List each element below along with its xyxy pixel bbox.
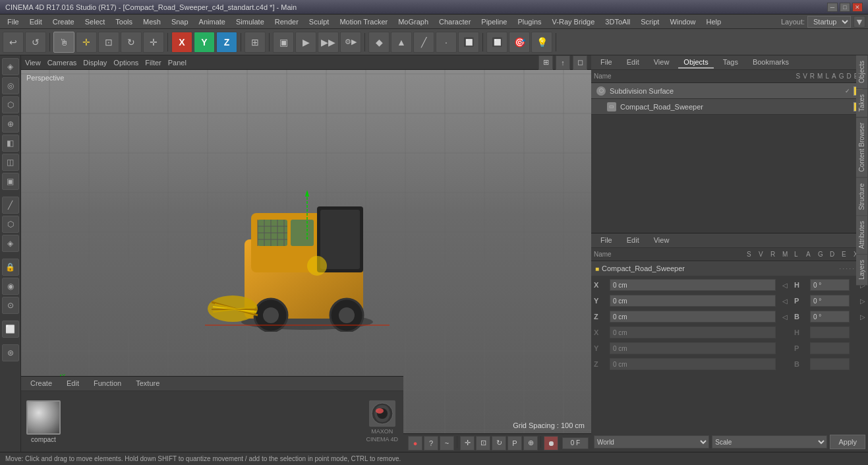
y-axis-button[interactable]: Y: [194, 32, 215, 53]
scale-tool-button[interactable]: ⊡: [98, 32, 119, 53]
snap-settings-button[interactable]: 🎯: [509, 32, 530, 53]
attr-p2-input[interactable]: [810, 342, 850, 354]
tab-bookmarks[interactable]: Bookmarks: [747, 57, 794, 69]
vp-menu-cameras[interactable]: Cameras: [47, 59, 77, 67]
polygon-mode-button[interactable]: ▲: [391, 32, 412, 53]
menu-sculpt[interactable]: Sculpt: [304, 16, 334, 27]
menu-render[interactable]: Render: [270, 16, 303, 27]
render-settings-button[interactable]: ⚙▶: [340, 32, 361, 53]
layout-selector[interactable]: Startup: [807, 16, 851, 28]
object-mode-button[interactable]: ◆: [368, 32, 390, 53]
vp-menu-view[interactable]: View: [25, 59, 41, 67]
menu-help[interactable]: Help: [702, 16, 726, 27]
z-axis-button[interactable]: Z: [216, 32, 237, 53]
menu-edit[interactable]: Edit: [25, 16, 47, 27]
lt-extrude[interactable]: ⬡: [2, 216, 19, 233]
mat-tab-edit[interactable]: Edit: [61, 378, 84, 390]
points-button[interactable]: ⊕: [523, 436, 538, 450]
menu-file[interactable]: File: [3, 16, 24, 27]
param-button[interactable]: P: [507, 436, 522, 450]
lt-tool1[interactable]: ◧: [2, 135, 19, 152]
vp-icon-3[interactable]: ◻: [573, 55, 587, 70]
lt-tool2[interactable]: ◫: [2, 154, 19, 171]
menu-character[interactable]: Character: [434, 16, 475, 27]
lt-knife[interactable]: ╱: [2, 197, 19, 214]
material-item[interactable]: compact: [26, 400, 61, 443]
undo-button[interactable]: ↩: [3, 32, 24, 53]
world-coord-button[interactable]: ⊞: [245, 32, 266, 53]
lt-tex-mode[interactable]: ⬡: [2, 96, 19, 113]
scale-select[interactable]: Scale Size: [712, 435, 827, 449]
obj-check-s[interactable]: ✓: [843, 86, 852, 96]
move-tool-button[interactable]: ✛: [76, 32, 97, 53]
close-button[interactable]: ✕: [852, 3, 863, 12]
keyframe-button[interactable]: ●: [408, 436, 422, 450]
tab-objects[interactable]: Objects: [678, 57, 713, 69]
menu-3dtoall[interactable]: 3DToAll: [600, 16, 635, 27]
menu-create[interactable]: Create: [48, 16, 79, 27]
attr-x-size-input[interactable]: [610, 326, 776, 338]
side-tab-structure[interactable]: Structure: [856, 178, 868, 216]
attr-b2-input[interactable]: [810, 358, 850, 370]
attr-z-pos-input[interactable]: [610, 311, 776, 323]
menu-select[interactable]: Select: [80, 16, 110, 27]
edge-mode-button[interactable]: ╱: [413, 32, 434, 53]
mat-tab-texture[interactable]: Texture: [130, 378, 165, 390]
side-tab-objects[interactable]: Objects: [856, 55, 868, 89]
render-preview-button[interactable]: ▶: [295, 32, 316, 53]
snap-button[interactable]: 🔲: [486, 32, 507, 53]
lt-brush[interactable]: ⊙: [2, 297, 19, 314]
redo-button[interactable]: ↺: [25, 32, 46, 53]
render-button[interactable]: ▶▶: [318, 32, 339, 53]
auto-key-button[interactable]: ⏺: [544, 436, 558, 450]
x-axis-button[interactable]: X: [171, 32, 192, 53]
menu-pipeline[interactable]: Pipeline: [477, 16, 511, 27]
vp-icon-2[interactable]: ↑: [556, 55, 570, 70]
attr-z-size-input[interactable]: [610, 358, 776, 370]
layout-arrow[interactable]: ▼: [854, 16, 865, 28]
lt-tool3[interactable]: ▣: [2, 173, 19, 190]
menu-vray[interactable]: V-Ray Bridge: [548, 16, 600, 27]
menu-animate[interactable]: Animate: [194, 16, 230, 27]
attr-h2-input[interactable]: [810, 326, 850, 338]
tab-view-obj[interactable]: View: [649, 57, 675, 69]
lt-bevel[interactable]: ◈: [2, 235, 19, 252]
lt-obj-mode[interactable]: ◈: [2, 58, 19, 75]
lt-sphere[interactable]: ◉: [2, 278, 19, 295]
tab-file-obj[interactable]: File: [595, 57, 618, 69]
rotate-key-button[interactable]: ↻: [492, 436, 506, 450]
render-region-button[interactable]: ▣: [273, 32, 294, 53]
mat-tab-function[interactable]: Function: [88, 378, 127, 390]
lt-checkerboard[interactable]: ⬜: [2, 321, 19, 338]
tab-file-attr[interactable]: File: [595, 235, 618, 247]
attr-p-input[interactable]: [810, 295, 850, 307]
attr-object-row[interactable]: ■ Compact_Road_Sweeper · · · · · · · ·: [591, 261, 868, 276]
lt-lock[interactable]: 🔒: [2, 259, 19, 276]
attr-y-pos-input[interactable]: [610, 295, 776, 307]
menu-motion-tracker[interactable]: Motion Tracker: [335, 16, 392, 27]
attr-h-input[interactable]: [810, 279, 850, 291]
vp-menu-display[interactable]: Display: [83, 59, 107, 67]
menu-simulate[interactable]: Simulate: [231, 16, 269, 27]
uv-mode-button[interactable]: 🔲: [458, 32, 479, 53]
anim-help-button[interactable]: ?: [424, 436, 438, 450]
attr-b-input[interactable]: [810, 311, 850, 323]
lt-poly-mode[interactable]: ◎: [2, 77, 19, 94]
transform-tool-button[interactable]: ✛: [143, 32, 164, 53]
vp-menu-panel[interactable]: Panel: [168, 59, 187, 67]
minimize-button[interactable]: ─: [827, 3, 838, 12]
apply-button[interactable]: Apply: [830, 435, 865, 449]
rotate-tool-button[interactable]: ↻: [121, 32, 142, 53]
menu-mesh[interactable]: Mesh: [138, 16, 165, 27]
side-tab-layers[interactable]: Layers: [856, 255, 868, 286]
attr-y-size-input[interactable]: [610, 342, 776, 354]
menu-mograph[interactable]: MoGraph: [393, 16, 433, 27]
tab-edit-attr[interactable]: Edit: [622, 235, 645, 247]
side-tab-takes[interactable]: Takes: [856, 89, 868, 117]
light-button[interactable]: 💡: [531, 32, 552, 53]
frame-counter[interactable]: [562, 437, 589, 449]
menu-plugins[interactable]: Plugins: [513, 16, 546, 27]
vp-icon-1[interactable]: ⊞: [538, 55, 553, 70]
lt-tool4[interactable]: ⊛: [2, 344, 19, 361]
menu-snap[interactable]: Snap: [167, 16, 193, 27]
